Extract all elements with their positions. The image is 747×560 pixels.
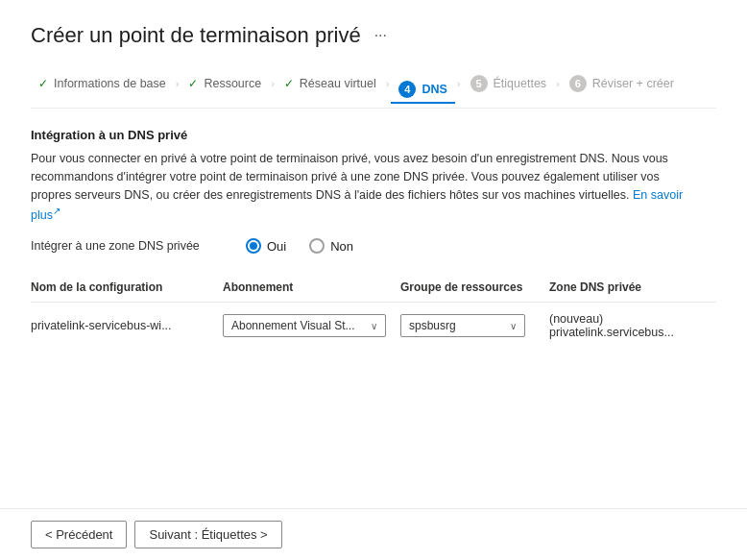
col-header-config: Nom de la configuration	[31, 273, 223, 303]
step-review-label: Réviser + créer	[592, 77, 674, 90]
radio-oui-input[interactable]	[246, 238, 261, 254]
step-divider-4: ›	[455, 78, 463, 89]
step-tags[interactable]: 5 Étiquettes	[463, 71, 555, 96]
radio-oui-label: Oui	[267, 239, 286, 254]
col-header-subscription: Abonnement	[223, 273, 400, 303]
col-header-dns-zone: Zone DNS privée	[549, 273, 716, 303]
step-vnet[interactable]: ✓ Réseau virtuel	[277, 73, 384, 94]
radio-field-label: Intégrer à une zone DNS privée	[31, 239, 223, 253]
step-resource[interactable]: ✓ Ressource	[181, 73, 269, 94]
step-number-review: 6	[569, 75, 587, 92]
step-number-dns: 4	[398, 81, 416, 98]
step-number-tags: 5	[470, 75, 488, 92]
rg-select[interactable]: spsbusrg ∨	[400, 314, 525, 337]
cell-dns-zone: (nouveau) privatelink.servicebus...	[549, 303, 716, 350]
prev-button[interactable]: < Précédent	[31, 521, 127, 548]
step-check-icon: ✓	[38, 77, 48, 90]
dns-integration-radio-group: Intégrer à une zone DNS privée Oui Non	[31, 238, 716, 254]
step-resource-label: Ressource	[204, 77, 261, 90]
step-check-icon-3: ✓	[284, 77, 294, 90]
step-divider-5: ›	[554, 78, 562, 89]
rg-chevron-icon: ∨	[510, 321, 517, 331]
step-basics[interactable]: ✓ Informations de base	[31, 73, 174, 94]
ellipsis-menu-button[interactable]: ···	[371, 25, 391, 46]
subscription-select[interactable]: Abonnement Visual St... ∨	[223, 314, 386, 337]
dns-config-table: Nom de la configuration Abonnement Group…	[31, 273, 716, 349]
step-vnet-label: Réseau virtuel	[300, 77, 376, 90]
col-header-rg: Groupe de ressources	[400, 273, 549, 303]
radio-non-label: Non	[330, 239, 353, 254]
page-title: Créer un point de terminaison privé	[31, 23, 361, 48]
step-check-icon-2: ✓	[188, 77, 198, 90]
external-link-icon: ↗	[53, 206, 60, 216]
footer: < Précédent Suivant : Étiquettes >	[0, 508, 747, 560]
radio-non-input[interactable]	[309, 238, 325, 254]
step-divider-3: ›	[384, 78, 392, 89]
step-dns-label: DNS	[422, 83, 446, 96]
step-basics-label: Informations de base	[54, 77, 166, 90]
cell-rg[interactable]: spsbusrg ∨	[400, 303, 549, 350]
section-title: Intégration à un DNS privé	[31, 128, 716, 142]
radio-oui-option[interactable]: Oui	[246, 238, 286, 254]
cell-subscription[interactable]: Abonnement Visual St... ∨	[223, 303, 400, 350]
next-button[interactable]: Suivant : Étiquettes >	[134, 521, 281, 548]
step-tags-label: Étiquettes	[494, 77, 547, 90]
subscription-chevron-icon: ∨	[371, 321, 377, 331]
cell-config-name: privatelink-servicebus-wi...	[31, 303, 223, 350]
section-description: Pour vous connecter en privé à votre poi…	[31, 150, 684, 225]
step-divider-2: ›	[269, 78, 277, 89]
step-divider-1: ›	[174, 78, 181, 89]
wizard-steps: ✓ Informations de base › ✓ Ressource › ✓…	[31, 71, 716, 109]
step-review[interactable]: 6 Réviser + créer	[562, 71, 682, 96]
radio-non-option[interactable]: Non	[309, 238, 353, 254]
table-row: privatelink-servicebus-wi... Abonnement …	[31, 303, 716, 350]
step-dns[interactable]: 4 DNS	[391, 77, 454, 104]
